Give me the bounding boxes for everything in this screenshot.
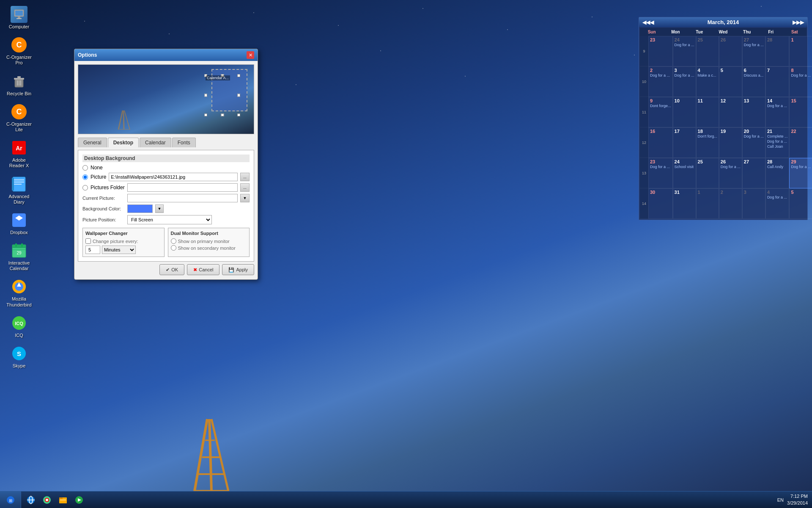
cal-cell[interactable]: 19 xyxy=(719,127,742,158)
desktop-icon-advanced-diary[interactable]: Advanced Diary xyxy=(4,174,34,207)
cal-cell[interactable]: 12 xyxy=(719,97,742,127)
cal-cell-today[interactable]: 29Dog for a ... xyxy=(789,158,812,188)
cal-cell[interactable]: 2 xyxy=(719,188,742,219)
cal-cell[interactable]: 23Dog for a ... xyxy=(648,158,673,188)
picture-path-input[interactable] xyxy=(109,173,238,181)
changer-number-input[interactable] xyxy=(85,246,100,254)
browse-picture-button[interactable]: ... xyxy=(240,173,250,181)
cal-cell[interactable]: 6Discuss a... xyxy=(742,66,765,97)
cal-cell[interactable]: 13 xyxy=(742,97,765,127)
cal-cell[interactable]: 4Make a c... xyxy=(696,66,719,97)
desktop-icon-interactive-calendar[interactable]: 29 Interactive Calendar xyxy=(4,240,34,273)
tab-desktop[interactable]: Desktop xyxy=(108,138,139,147)
desktop-icon-icq[interactable]: ICQ ICQ xyxy=(4,313,34,340)
cal-cell[interactable]: 2Dog for a ... xyxy=(648,66,673,97)
cancel-button[interactable]: ✖ Cancel xyxy=(187,264,219,275)
dialog-close-button[interactable]: ✕ xyxy=(247,51,254,59)
browse-folder-button[interactable]: ... xyxy=(240,183,250,192)
interactive-calendar-label: Interactive Calendar xyxy=(6,260,32,271)
picture-position-select[interactable]: Fill Screen Stretch Center Tile Fit xyxy=(127,215,212,224)
current-picture-input[interactable] xyxy=(127,194,238,202)
cal-cell[interactable]: 24Dog for a ... xyxy=(673,36,696,66)
desktop-icon-thunderbird[interactable]: Mozilla Thunderbird xyxy=(4,276,34,309)
taskbar-explorer-icon[interactable] xyxy=(55,492,71,508)
svg-text:ICQ: ICQ xyxy=(15,321,23,326)
handle-bm[interactable] xyxy=(221,113,224,116)
taskbar-date-value: 3/29/2014 xyxy=(787,500,808,506)
cal-cell[interactable]: 25 xyxy=(696,36,719,66)
taskbar-media-icon[interactable] xyxy=(71,492,87,508)
cal-cell[interactable]: 28Call Andy xyxy=(765,158,790,188)
desktop-icon-dropbox[interactable]: Dropbox xyxy=(4,210,34,237)
cal-cell[interactable]: 1 xyxy=(789,36,812,66)
cal-cell[interactable]: 18Don't forg... xyxy=(696,127,719,158)
background-color-swatch[interactable] xyxy=(127,204,153,213)
svg-text:S: S xyxy=(17,350,21,357)
cal-cell[interactable]: 25 xyxy=(696,158,719,188)
handle-tr[interactable] xyxy=(237,74,240,77)
cal-cell[interactable]: 16 xyxy=(648,127,673,158)
cal-cell[interactable]: 30 xyxy=(648,188,673,219)
cal-cell[interactable]: 8Dog for a ... xyxy=(789,66,812,97)
radio-secondary-monitor[interactable] xyxy=(171,245,176,251)
desktop-icon-recycle-bin[interactable]: Recycle Bin xyxy=(4,71,34,98)
desktop-icon-adobe-reader[interactable]: Ar Adobe Reader X xyxy=(4,138,34,170)
cal-cell[interactable]: 3Dog for a ... xyxy=(673,66,696,97)
radio-pictures-folder[interactable] xyxy=(82,185,88,190)
cal-cell[interactable]: 28 xyxy=(765,36,790,66)
cal-cell[interactable]: 26Dog for a ... xyxy=(719,158,742,188)
desktop-icon-c-organizer-lite[interactable]: C C-Organizer Lite xyxy=(4,102,34,134)
cal-cell[interactable]: 26 xyxy=(719,36,742,66)
cal-cell[interactable]: 20Dog for a ... xyxy=(742,127,765,158)
desktop-icon-computer[interactable]: Computer xyxy=(4,4,34,31)
handle-br[interactable] xyxy=(237,113,240,116)
start-button[interactable]: ⊞ xyxy=(0,491,21,508)
cal-cell[interactable]: 4Dog for a ... xyxy=(765,188,790,219)
radio-none[interactable] xyxy=(82,165,88,171)
change-every-checkbox[interactable] xyxy=(85,238,91,244)
changer-row: Change picture every: xyxy=(85,238,162,244)
cal-cell[interactable]: 21Complete ...Dog for a ...Call Joan xyxy=(765,127,790,158)
tab-calendar[interactable]: Calendar xyxy=(140,138,171,147)
cal-cell[interactable]: 17 xyxy=(673,127,696,158)
cal-nav-prev[interactable]: ◀ xyxy=(650,19,654,25)
radio-picture[interactable] xyxy=(82,174,88,180)
tab-fonts[interactable]: Fonts xyxy=(172,138,196,147)
tab-general[interactable]: General xyxy=(78,138,107,147)
cal-cell[interactable]: 23 xyxy=(648,36,673,66)
cal-cell[interactable]: 11 xyxy=(696,97,719,127)
desktop-icon-c-organizer-pro[interactable]: C C-Organizer Pro xyxy=(4,35,34,67)
cal-cell[interactable]: 31 xyxy=(673,188,696,219)
cal-cell[interactable]: 9Dont forge... xyxy=(648,97,673,127)
cal-cell[interactable]: 24School visit xyxy=(673,158,696,188)
dialog-title: Options xyxy=(78,52,97,58)
handle-bl[interactable] xyxy=(204,113,207,116)
handle-ml[interactable] xyxy=(204,94,207,97)
preview-calendar-overlay[interactable]: Calendar A... xyxy=(211,69,247,111)
cal-nav-next-next[interactable]: ▶▶ xyxy=(796,19,804,25)
changer-unit-select[interactable]: Minutes Hours Days xyxy=(102,246,136,254)
folder-path-input[interactable] xyxy=(127,183,238,192)
taskbar-chrome-icon[interactable] xyxy=(39,492,55,508)
cal-cell[interactable]: 7 xyxy=(765,66,790,97)
cal-cell[interactable]: 3 xyxy=(742,188,765,219)
cal-cell[interactable]: 27Dog for a ... xyxy=(742,36,765,66)
handle-mr[interactable] xyxy=(237,94,240,97)
cal-cell[interactable]: 5 xyxy=(789,188,812,219)
cal-cell[interactable]: 10 xyxy=(673,97,696,127)
cal-cell[interactable]: 1 xyxy=(696,188,719,219)
cal-cell[interactable]: 15 xyxy=(789,97,812,127)
cal-cell[interactable]: 22 xyxy=(789,127,812,158)
cal-nav-prev-prev[interactable]: ◀◀ xyxy=(642,19,650,25)
ok-button[interactable]: ✔ OK xyxy=(159,264,184,275)
radio-primary-monitor[interactable] xyxy=(171,238,176,244)
taskbar-ie-icon[interactable] xyxy=(23,492,38,508)
cal-nav-next[interactable]: ▶ xyxy=(793,19,796,25)
cal-cell[interactable]: 5 xyxy=(719,66,742,97)
apply-button[interactable]: 💾 Apply xyxy=(222,264,254,275)
cal-cell[interactable]: 27 xyxy=(742,158,765,188)
background-color-arrow[interactable]: ▼ xyxy=(155,204,164,213)
desktop-icon-skype[interactable]: S Skype xyxy=(4,343,34,370)
cal-cell[interactable]: 14Dog for a ... xyxy=(765,97,790,127)
current-picture-arrow[interactable]: ▼ xyxy=(240,194,250,202)
